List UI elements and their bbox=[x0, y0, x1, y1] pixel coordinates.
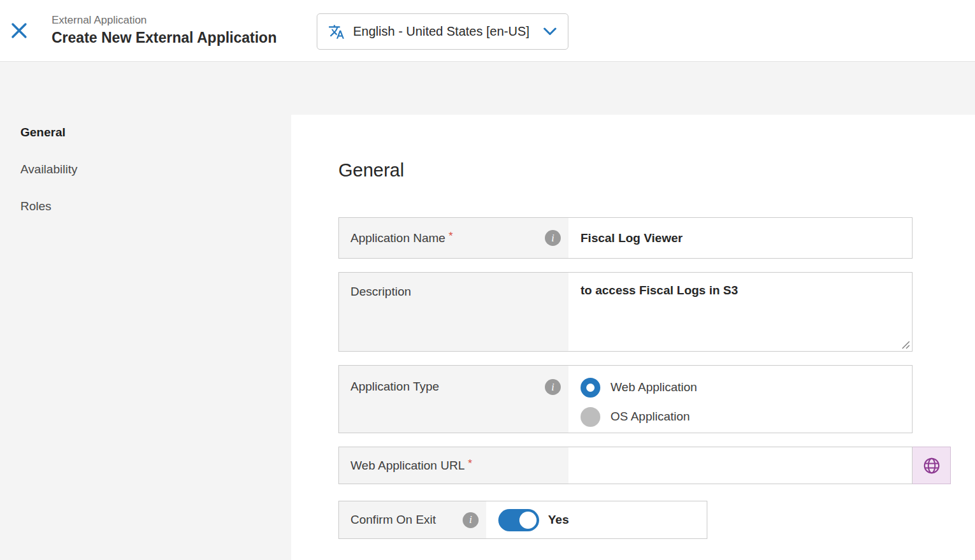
confirm-on-exit-value-cell: Yes bbox=[486, 501, 707, 538]
application-type-options: Web Application OS Application bbox=[568, 366, 912, 433]
radio-os-application-label: OS Application bbox=[610, 410, 690, 424]
sidebar-item-availability[interactable]: Availability bbox=[20, 162, 291, 178]
resize-handle-icon[interactable] bbox=[900, 339, 910, 349]
breadcrumb: External Application bbox=[52, 14, 277, 27]
web-application-url-field: Web Application URL * bbox=[338, 447, 913, 484]
info-icon[interactable]: i bbox=[463, 512, 479, 528]
open-url-button[interactable] bbox=[913, 447, 951, 484]
dialog-header: External Application Create New External… bbox=[0, 0, 975, 62]
translate-icon bbox=[328, 24, 345, 40]
web-application-url-label-cell: Web Application URL * bbox=[339, 447, 568, 484]
application-name-value-cell bbox=[568, 218, 912, 258]
confirm-on-exit-label-cell: Confirm On Exit i bbox=[339, 501, 486, 538]
description-textarea[interactable]: to access Fiscal Logs in S3 bbox=[581, 273, 912, 351]
description-label: Description bbox=[350, 285, 411, 299]
application-name-label-cell: Application Name * i bbox=[339, 218, 568, 258]
radio-web-application[interactable]: Web Application bbox=[581, 373, 912, 402]
application-name-input[interactable] bbox=[581, 231, 902, 245]
description-field: Description to access Fiscal Logs in S3 bbox=[338, 272, 913, 352]
title-block: External Application Create New External… bbox=[52, 14, 277, 47]
radio-selected-icon bbox=[581, 378, 600, 398]
info-icon[interactable]: i bbox=[545, 230, 561, 246]
radio-os-application[interactable]: OS Application bbox=[581, 402, 912, 431]
description-value-cell: to access Fiscal Logs in S3 bbox=[568, 273, 912, 351]
sidebar-item-roles[interactable]: Roles bbox=[20, 199, 291, 215]
globe-icon bbox=[922, 456, 941, 475]
radio-web-application-label: Web Application bbox=[610, 380, 697, 394]
web-application-url-label: Web Application URL bbox=[350, 459, 465, 473]
close-icon bbox=[11, 22, 27, 39]
application-type-label: Application Type bbox=[350, 380, 439, 394]
chevron-down-icon bbox=[543, 27, 557, 36]
confirm-on-exit-label: Confirm On Exit bbox=[350, 513, 436, 527]
confirm-on-exit-toggle[interactable] bbox=[498, 509, 539, 531]
required-asterisk: * bbox=[449, 230, 453, 243]
web-application-url-value-cell bbox=[568, 447, 912, 484]
description-label-cell: Description bbox=[339, 273, 568, 351]
application-name-label: Application Name bbox=[350, 231, 445, 245]
confirm-on-exit-field: Confirm On Exit i Yes bbox=[338, 501, 707, 539]
web-application-url-input[interactable] bbox=[581, 459, 902, 473]
confirm-on-exit-value: Yes bbox=[548, 513, 569, 527]
form-panel: General Application Name * i Description bbox=[291, 115, 975, 560]
web-application-url-group: Web Application URL * bbox=[338, 447, 951, 484]
info-icon[interactable]: i bbox=[545, 379, 561, 395]
sidebar-item-general[interactable]: General bbox=[20, 126, 291, 141]
toggle-knob bbox=[519, 512, 537, 529]
language-selector-value: English - United States [en-US] bbox=[353, 24, 530, 39]
application-type-label-cell: Application Type i bbox=[339, 366, 568, 433]
dialog-body: General Availability Roles General Appli… bbox=[0, 62, 975, 560]
create-external-application-dialog: External Application Create New External… bbox=[0, 0, 975, 560]
application-name-field: Application Name * i bbox=[338, 217, 913, 259]
language-selector[interactable]: English - United States [en-US] bbox=[317, 13, 568, 50]
sidebar-nav: General Availability Roles bbox=[0, 62, 291, 236]
page-title: Create New External Application bbox=[52, 29, 277, 47]
section-title: General bbox=[338, 159, 975, 182]
close-button[interactable] bbox=[8, 20, 30, 41]
radio-unselected-icon bbox=[581, 407, 600, 427]
required-asterisk: * bbox=[468, 457, 472, 470]
application-type-field: Application Type i Web Application OS Ap… bbox=[338, 365, 913, 433]
